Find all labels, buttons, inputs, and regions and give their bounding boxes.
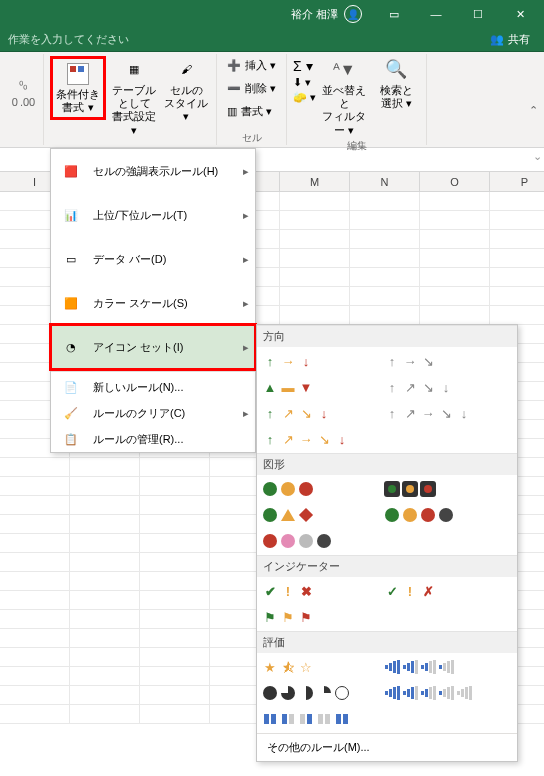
iconset-5-arrows-colored[interactable]: ↑↗→↘↓ <box>261 429 369 449</box>
share-button[interactable]: 👥 共有 <box>484 32 536 47</box>
insert-cells-button[interactable]: ➕挿入 ▾ <box>223 56 280 75</box>
mi-label: データ バー(D) <box>93 252 166 267</box>
menu-separator <box>51 371 255 372</box>
manage-rules-menuitem[interactable]: 📋 ルールの管理(R)... <box>51 426 255 452</box>
iconset-3-stars[interactable]: ★⯪☆ <box>261 657 369 677</box>
insert-label: 挿入 ▾ <box>245 58 276 73</box>
title-bar: 裕介 相澤 👤 ▭ — ☐ ✕ <box>0 0 544 28</box>
cell-styles-label: セルの スタイル ▾ <box>164 84 208 124</box>
delete-label: 削除 ▾ <box>245 81 276 96</box>
submenu-arrow-icon: ▸ <box>243 341 249 354</box>
iconset-4-arrows-colored[interactable]: ↑↗↘↓ <box>261 403 369 423</box>
data-bars-icon: ▭ <box>59 247 83 271</box>
format-cells-button[interactable]: ▥書式 ▾ <box>223 102 276 121</box>
color-scales-icon: 🟧 <box>59 291 83 315</box>
section-shapes: 図形 <box>257 453 517 475</box>
submenu-arrow-icon: ▸ <box>243 253 249 266</box>
highlight-rules-icon: 🟥 <box>59 159 83 183</box>
section-ratings: 評価 <box>257 631 517 653</box>
top-bottom-rules-menuitem[interactable]: 📊 上位/下位ルール(T) ▸ <box>51 193 255 237</box>
find-select-label: 検索と 選択 ▾ <box>380 84 413 110</box>
ribbon: ⁰₀ 0.00 条件付き 書式 ▾ ▦ テーブルとして 書式設定 ▾ 🖌 セルの… <box>0 52 544 148</box>
mi-label: ルールの管理(R)... <box>93 432 183 447</box>
tellme-text[interactable]: 作業を入力してください <box>8 32 129 47</box>
col-header[interactable]: O <box>420 172 490 191</box>
iconset-3-triangles[interactable]: ▲▬▼ <box>261 377 369 397</box>
highlight-rules-menuitem[interactable]: 🟥 セルの強調表示ルール(H) ▸ <box>51 149 255 193</box>
delete-cells-button[interactable]: ➖削除 ▾ <box>223 79 280 98</box>
cell-styles-button[interactable]: 🖌 セルの スタイル ▾ <box>162 56 210 126</box>
collapse-ribbon-button[interactable]: ⌃ <box>524 102 542 118</box>
iconset-5-boxes[interactable] <box>261 709 369 729</box>
iconset-4-arrows-gray[interactable]: ↑↗↘↓ <box>383 377 491 397</box>
maximize-button[interactable]: ☐ <box>458 0 498 28</box>
sort-filter-button[interactable]: ᴬ▼ 並べ替えと フィルター ▾ <box>320 56 368 139</box>
table-icon: ▦ <box>122 58 146 82</box>
find-select-button[interactable]: 🔍 検索と 選択 ▾ <box>372 56 420 112</box>
iconset-5-ratings-bars[interactable] <box>383 683 491 703</box>
iconset-3-traffic-lights[interactable] <box>261 479 369 499</box>
submenu-arrow-icon: ▸ <box>243 165 249 178</box>
iconset-3-arrows-colored[interactable]: ↑→↓ <box>261 351 369 371</box>
top-bottom-icon: 📊 <box>59 203 83 227</box>
iconset-3-symbols[interactable]: ✓!✗ <box>383 581 491 601</box>
conditional-formatting-button[interactable]: 条件付き 書式 ▾ <box>54 60 102 116</box>
username-label: 裕介 相澤 <box>291 7 338 22</box>
fill-button[interactable]: ⬇ ▾ <box>293 76 316 89</box>
user-account[interactable]: 裕介 相澤 👤 <box>281 5 372 23</box>
clear-rules-menuitem[interactable]: 🧹 ルールのクリア(C) ▸ <box>51 400 255 426</box>
mi-label: アイコン セット(I) <box>93 340 183 355</box>
cond-format-icon <box>67 63 89 85</box>
more-rules-menuitem[interactable]: その他のルール(M)... <box>257 733 517 761</box>
iconset-3-signs[interactable] <box>261 505 369 525</box>
section-direction: 方向 <box>257 325 517 347</box>
mi-label: ルールのクリア(C) <box>93 406 185 421</box>
iconset-5-arrows-gray[interactable]: ↑↗→↘↓ <box>383 403 491 423</box>
table-format-label: テーブルとして 書式設定 ▾ <box>112 84 156 137</box>
data-bars-menuitem[interactable]: ▭ データ バー(D) ▸ <box>51 237 255 281</box>
close-button[interactable]: ✕ <box>500 0 540 28</box>
cond-format-menu: 🟥 セルの強調表示ルール(H) ▸ 📊 上位/下位ルール(T) ▸ ▭ データ … <box>50 148 256 453</box>
col-header[interactable]: N <box>350 172 420 191</box>
col-header[interactable]: P <box>490 172 544 191</box>
submenu-arrow-icon: ▸ <box>243 209 249 222</box>
submenu-arrow-icon: ▸ <box>243 407 249 420</box>
minimize-button[interactable]: — <box>416 0 456 28</box>
format-icon: ▥ <box>227 105 237 118</box>
number-format-icon-2[interactable]: 0.00 <box>12 96 35 108</box>
iconset-5-quarters[interactable] <box>261 683 369 703</box>
sort-icon: ᴬ▼ <box>332 58 356 82</box>
autosum-button[interactable]: Σ ▾ <box>293 58 316 74</box>
iconset-3-flags[interactable]: ⚑⚑⚑ <box>261 607 369 627</box>
iconset-3-arrows-gray[interactable]: ↑→↘ <box>383 351 491 371</box>
icon-sets-flyout: 方向 ↑→↓ ↑→↘ ▲▬▼ ↑↗↘↓ ↑↗↘↓ ↑↗→↘↓ ↑↗→↘↓ 図形 … <box>256 324 518 762</box>
group-cells-label: セル <box>242 131 262 145</box>
cond-format-label: 条件付き 書式 ▾ <box>56 88 100 114</box>
submenu-arrow-icon: ▸ <box>243 297 249 310</box>
format-label: 書式 ▾ <box>241 104 272 119</box>
new-rule-menuitem[interactable]: 📄 新しいルール(N)... <box>51 374 255 400</box>
expand-formula-bar-button[interactable]: ⌄ <box>533 150 542 163</box>
ribbon-display-button[interactable]: ▭ <box>374 0 414 28</box>
iconset-3-symbols-circled[interactable]: ✔!✖ <box>261 581 369 601</box>
iconset-3-traffic-lights-rimmed[interactable] <box>383 479 491 499</box>
mi-label: カラー スケール(S) <box>93 296 188 311</box>
clear-button[interactable]: 🧽 ▾ <box>293 91 316 104</box>
styles-icon: 🖌 <box>174 58 198 82</box>
icon-sets-icon: ◔ <box>59 335 83 359</box>
delete-icon: ➖ <box>227 82 241 95</box>
share-label: 共有 <box>508 32 530 47</box>
tellme-bar: 作業を入力してください 👥 共有 <box>0 28 544 52</box>
iconset-4-ratings-bars[interactable] <box>383 657 491 677</box>
col-header[interactable]: M <box>280 172 350 191</box>
color-scales-menuitem[interactable]: 🟧 カラー スケール(S) ▸ <box>51 281 255 325</box>
number-format-icon[interactable]: ⁰₀ <box>19 79 27 92</box>
more-rules-label: その他のルール(M)... <box>267 741 370 753</box>
mi-label: セルの強調表示ルール(H) <box>93 164 218 179</box>
iconset-4-traffic-lights[interactable] <box>383 505 491 525</box>
iconset-4-red-to-black[interactable] <box>261 531 369 551</box>
icon-sets-menuitem[interactable]: ◔ アイコン セット(I) ▸ <box>51 325 255 369</box>
new-rule-icon: 📄 <box>59 375 83 399</box>
clear-rules-icon: 🧹 <box>59 401 83 425</box>
format-as-table-button[interactable]: ▦ テーブルとして 書式設定 ▾ <box>110 56 158 139</box>
